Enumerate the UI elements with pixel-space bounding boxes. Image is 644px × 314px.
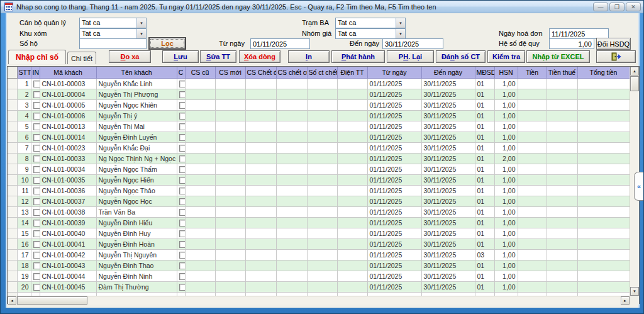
cell[interactable]: Nguyễn Ngọc Thảo <box>96 185 177 196</box>
in-checkbox[interactable] <box>31 185 40 196</box>
cell[interactable] <box>307 78 337 89</box>
cell[interactable] <box>215 78 245 89</box>
scroll-down-icon[interactable]: ▼ <box>630 287 639 296</box>
cell[interactable] <box>276 185 307 196</box>
cell[interactable] <box>276 238 307 249</box>
cell[interactable] <box>337 196 367 206</box>
cell[interactable]: 01 <box>475 260 494 271</box>
cell[interactable] <box>276 217 307 228</box>
cell[interactable] <box>245 89 276 99</box>
chevron-down-icon[interactable]: ▼ <box>396 29 405 38</box>
cell[interactable] <box>518 174 547 185</box>
cell[interactable] <box>577 260 630 271</box>
cell[interactable] <box>245 228 276 238</box>
cell[interactable] <box>215 164 245 174</box>
cell[interactable] <box>185 206 215 217</box>
row-selector[interactable] <box>8 110 17 121</box>
cell[interactable] <box>577 206 630 217</box>
cell[interactable]: CN-L01-00036 <box>40 185 96 196</box>
cell[interactable]: Nguyễn Đình Hoàn <box>96 238 177 249</box>
cell[interactable] <box>215 196 245 206</box>
cell[interactable] <box>337 132 367 142</box>
cell[interactable]: 30/11/2025 <box>421 249 475 260</box>
cell[interactable] <box>215 228 245 238</box>
cell[interactable]: 01/11/2025 <box>367 217 421 228</box>
cell[interactable]: 15 <box>17 228 31 238</box>
cell[interactable]: Nguyễn Đình Thao <box>96 260 177 271</box>
in-checkbox[interactable] <box>31 89 40 99</box>
cell[interactable] <box>276 89 307 99</box>
cell[interactable] <box>215 89 245 99</box>
cell[interactable]: 10 <box>17 174 31 185</box>
cell[interactable] <box>307 142 337 153</box>
cell[interactable]: 7 <box>17 142 31 153</box>
vscroll-thumb[interactable] <box>630 76 639 91</box>
c-checkbox[interactable] <box>177 281 185 292</box>
cell[interactable]: 30/11/2025 <box>421 174 475 185</box>
cell[interactable]: 30/11/2025 <box>421 281 475 292</box>
cell[interactable]: 1,00 <box>494 164 518 174</box>
cell[interactable] <box>518 185 547 196</box>
cell[interactable]: 16 <box>17 238 31 249</box>
cell[interactable]: 01/11/2025 <box>367 78 421 89</box>
column-header[interactable]: C <box>177 67 185 78</box>
cell[interactable] <box>185 132 215 142</box>
cell[interactable]: 01 <box>475 164 494 174</box>
cell[interactable]: 01/11/2025 <box>367 99 421 110</box>
cell[interactable] <box>276 153 307 164</box>
cell[interactable]: 1,00 <box>494 99 518 110</box>
cell[interactable]: 4 <box>17 110 31 121</box>
column-header[interactable]: Số ct chết <box>307 67 337 78</box>
cell[interactable] <box>276 121 307 132</box>
cell[interactable]: Nguyễn Ngọc Học <box>96 196 177 206</box>
cell[interactable] <box>245 132 276 142</box>
cell[interactable]: 1,00 <box>494 132 518 142</box>
cell[interactable] <box>547 78 577 89</box>
cell[interactable]: CN-L01-00006 <box>40 110 96 121</box>
cell[interactable] <box>547 228 577 238</box>
cell[interactable] <box>337 78 367 89</box>
row-selector[interactable] <box>8 217 17 228</box>
restore-icon[interactable]: ❐ <box>609 3 625 11</box>
cell[interactable]: 30/11/2025 <box>421 121 475 132</box>
cell[interactable] <box>307 164 337 174</box>
column-header[interactable]: Mã khách <box>40 67 96 78</box>
cell[interactable]: CN-L01-00013 <box>40 121 96 132</box>
cell[interactable]: 1,00 <box>494 260 518 271</box>
cell[interactable]: CN-L01-00014 <box>40 132 96 142</box>
in-checkbox[interactable] <box>31 206 40 217</box>
cell[interactable]: 01/11/2025 <box>367 281 421 292</box>
cell[interactable] <box>245 121 276 132</box>
cell[interactable] <box>518 260 547 271</box>
cell[interactable]: 01 <box>475 228 494 238</box>
column-header[interactable]: Đến ngày <box>421 67 475 78</box>
row-selector[interactable] <box>8 164 17 174</box>
chevron-down-icon[interactable]: ▼ <box>136 18 146 28</box>
cell[interactable]: 01/11/2025 <box>367 196 421 206</box>
c-checkbox[interactable] <box>177 238 185 249</box>
cell[interactable]: CN-L01-00033 <box>40 153 96 164</box>
cell[interactable] <box>577 185 630 196</box>
cell[interactable] <box>215 249 245 260</box>
cell[interactable]: Nguyễn Khắc Linh <box>96 78 177 89</box>
cell[interactable] <box>185 153 215 164</box>
cell[interactable] <box>185 271 215 281</box>
c-checkbox[interactable] <box>177 206 185 217</box>
cell[interactable] <box>547 121 577 132</box>
cell[interactable] <box>307 249 337 260</box>
cell[interactable] <box>518 217 547 228</box>
cell[interactable] <box>518 110 547 121</box>
cell[interactable] <box>577 271 630 281</box>
cell[interactable]: Nguyễn Khắc Đại <box>96 142 177 153</box>
cell[interactable] <box>577 78 630 89</box>
cell[interactable] <box>245 206 276 217</box>
column-header[interactable] <box>8 67 17 78</box>
cell[interactable] <box>518 121 547 132</box>
in-checkbox[interactable] <box>31 132 40 142</box>
cell[interactable] <box>547 196 577 206</box>
cell[interactable] <box>245 153 276 164</box>
row-selector[interactable] <box>8 281 17 292</box>
cell[interactable] <box>185 121 215 132</box>
cell[interactable] <box>245 249 276 260</box>
cell[interactable] <box>215 153 245 164</box>
